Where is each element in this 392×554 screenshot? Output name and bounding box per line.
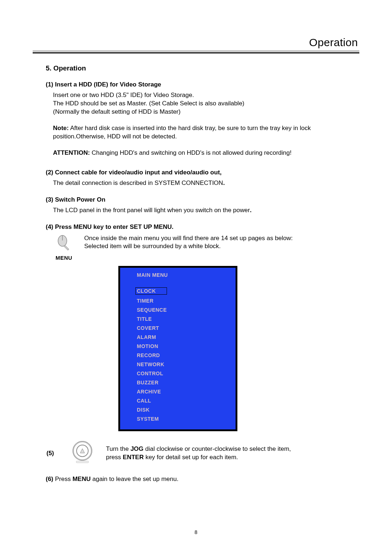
step3-heading: (3) Switch Power On	[46, 196, 346, 203]
main-menu-item: TITLE	[137, 316, 225, 322]
step2-line1a: The detail connection is described in SY…	[53, 179, 223, 186]
main-menu-item: ARCHIVE	[137, 389, 225, 395]
note-text: After hard disk case is inserted into th…	[53, 125, 311, 140]
attention-label: ATTENTION:	[53, 149, 90, 156]
step5-t2: dial clockwise or counter-clockwise to s…	[143, 445, 291, 452]
step3-line1b: .	[250, 207, 252, 214]
main-menu-item: SYSTEM	[137, 416, 225, 422]
header-title: Operation	[33, 36, 359, 49]
step5-num: (5)	[46, 450, 59, 457]
step5-text: Turn the JOG dial clockwise or counter-c…	[106, 445, 291, 462]
step5-t4: key for detail set up for each item.	[144, 454, 238, 461]
main-menu-inner: MAIN MENU CLOCKTIMERSEQUENCETITLECOVERTA…	[120, 268, 236, 429]
step1-line2: The HDD should be set as Master. (Set Ca…	[53, 100, 244, 107]
page: Operation 5. Operation (1) Insert a HDD …	[0, 0, 392, 554]
main-menu-item: BUZZER	[137, 380, 225, 385]
main-menu-item: SEQUENCE	[137, 307, 225, 313]
attention-text: Changing HDD's and switching on HDD's is…	[90, 149, 292, 156]
main-menu-item: TIMER	[137, 298, 225, 304]
step1-line1: Insert one or two HDD (3.5" IDE) for Vid…	[53, 92, 194, 98]
main-menu-item: CONTROL	[137, 371, 225, 376]
step5-jog: JOG	[130, 445, 143, 452]
step4-heading: (4) Press MENU key to enter SET UP MENU.	[46, 223, 346, 231]
step1-attention: ATTENTION: Changing HDD's and switching …	[53, 149, 346, 157]
step6-t1: Press	[55, 476, 73, 482]
header-rule	[33, 51, 359, 53]
step5-t1: Turn the	[106, 445, 130, 452]
main-menu-item: CALL	[137, 398, 225, 404]
step3-line1a: The LCD panel in the front panel will li…	[53, 207, 250, 214]
step2-heading: (2) Connect cable for video/audio input …	[46, 169, 346, 176]
step4-desc1: Once inside the main menu you will find …	[84, 235, 293, 242]
step6-text: (6) Press MENU again to leave the set up…	[46, 476, 346, 483]
step5-enter: ENTER	[123, 454, 144, 461]
main-menu-item: CLOCK	[135, 287, 167, 295]
step5-t3: press	[106, 454, 123, 461]
page-number: 8	[0, 529, 392, 535]
jog-dial-icon	[70, 441, 95, 466]
section-heading: 5. Operation	[46, 64, 346, 72]
main-menu-item: COVERT	[137, 325, 225, 331]
step5-row: (5) Turn the JOG dial clockwise or count…	[46, 441, 346, 466]
main-menu-item: NETWORK	[137, 361, 225, 367]
menu-icon-col: MENU	[46, 234, 75, 261]
main-menu-item: DISK	[137, 407, 225, 413]
content: 5. Operation (1) Insert a HDD (IDE) for …	[33, 53, 359, 483]
main-menu-items: CLOCKTIMERSEQUENCETITLECOVERTALARMMOTION…	[137, 287, 225, 422]
step2-line1b: .	[223, 179, 225, 186]
main-menu-item: MOTION	[137, 343, 225, 349]
step6-t2: again to leave the set up menu.	[91, 476, 179, 482]
step4-desc: Once inside the main menu you will find …	[84, 234, 293, 251]
main-menu-box: MAIN MENU CLOCKTIMERSEQUENCETITLECOVERTA…	[118, 266, 237, 431]
menu-icon-label: MENU	[53, 255, 75, 261]
step1-body: Insert one or two HDD (3.5" IDE) for Vid…	[53, 91, 346, 116]
main-menu-item: RECORD	[137, 352, 225, 358]
step1-line3: (Normally the default setting of HDD is …	[53, 108, 180, 115]
step1-note: Note: After hard disk case is inserted i…	[53, 124, 346, 141]
step1-heading: (1) Insert a HDD (IDE) for Video Storage	[46, 81, 346, 88]
step4-desc2: Selected item will be surrounded by a wh…	[84, 243, 221, 250]
step6-num: (6)	[46, 476, 55, 482]
mouse-icon	[57, 234, 71, 251]
step6-menu: MENU	[73, 476, 91, 482]
step4-row: MENU Once inside the main menu you will …	[46, 234, 346, 261]
main-menu-item: ALARM	[137, 334, 225, 340]
step3-body: The LCD panel in the front panel will li…	[53, 206, 346, 215]
svg-rect-5	[76, 461, 89, 463]
note-label: Note:	[53, 125, 69, 132]
step2-body: The detail connection is described in SY…	[53, 179, 346, 187]
main-menu-title: MAIN MENU	[137, 272, 225, 278]
